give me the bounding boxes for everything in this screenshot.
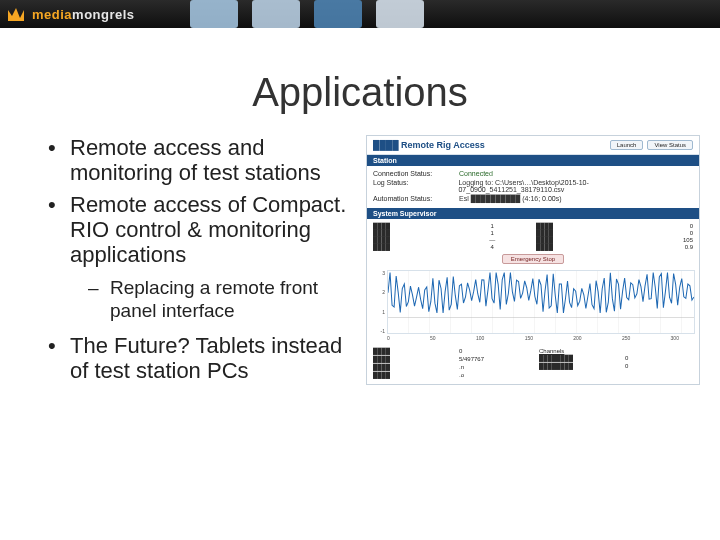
- chart-y-axis: 3 2 1 -1: [371, 270, 387, 334]
- bottom-panel: ████0 ████5/497767 ████.n ████.o Channel…: [367, 344, 699, 384]
- page-title: Applications: [0, 70, 720, 115]
- brand-word-1: media: [32, 7, 72, 22]
- slide: mediamongrels Applications Remote access…: [0, 0, 720, 540]
- connection-status: Connected: [459, 170, 493, 177]
- logo-icon: [6, 5, 28, 23]
- launch-button[interactable]: Launch: [610, 140, 644, 150]
- chart-x-axis: 050100150200250300: [371, 334, 695, 344]
- station-panel: Station Connection Status:Connected Log …: [367, 155, 699, 208]
- brand-word-2: mongrels: [72, 7, 135, 22]
- station-header: Station: [367, 155, 699, 166]
- log-status: Logging to: C:\Users\…\Desktop\2015-10-0…: [458, 179, 693, 193]
- accent-blocks: [190, 0, 424, 28]
- screenshot-title: ████ Remote Rig Access: [373, 140, 485, 150]
- bullet-2-sub-1: Replacing a remote front panel interface: [70, 277, 350, 323]
- chart-plot: [387, 270, 695, 334]
- view-status-button[interactable]: View Status: [647, 140, 693, 150]
- text-column: Remote access and monitoring of test sta…: [0, 135, 360, 390]
- emergency-stop-button[interactable]: Emergency Stop: [502, 254, 564, 264]
- bullet-2: Remote access of Compact. RIO control & …: [44, 192, 350, 323]
- supervisor-panel: System Supervisor ████1████0 ████1████0 …: [367, 208, 699, 268]
- screenshot-column: ████ Remote Rig Access Launch View Statu…: [360, 135, 720, 390]
- automation-status: Esl ██████████ (4:16; 0.00s): [459, 195, 562, 202]
- bullet-3: The Future? Tablets instead of test stat…: [44, 333, 350, 384]
- brand-logo: mediamongrels: [6, 5, 135, 23]
- supervisor-header: System Supervisor: [367, 208, 699, 219]
- chart-panel: 3 2 1 -1 050100150200250300: [367, 268, 699, 344]
- slide-body: Remote access and monitoring of test sta…: [0, 135, 720, 390]
- screenshot-header: ████ Remote Rig Access Launch View Statu…: [367, 136, 699, 155]
- embedded-screenshot: ████ Remote Rig Access Launch View Statu…: [366, 135, 700, 385]
- bullet-1: Remote access and monitoring of test sta…: [44, 135, 350, 186]
